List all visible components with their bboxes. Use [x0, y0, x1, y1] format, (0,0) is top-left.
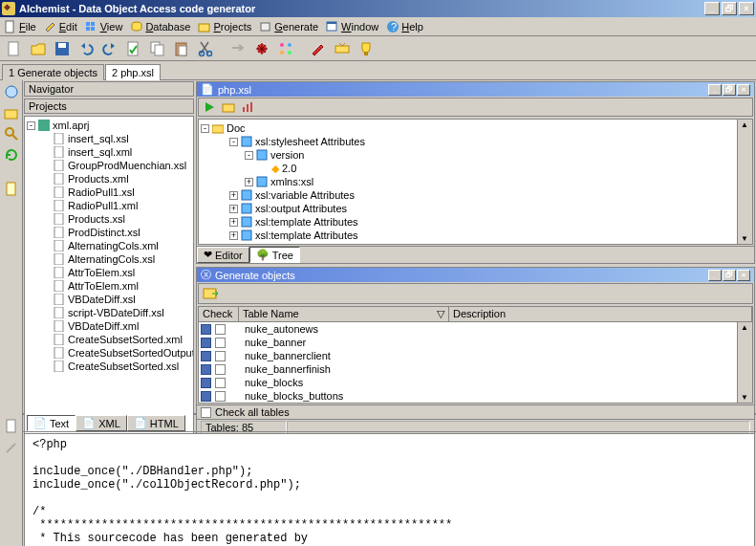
debug-button[interactable] — [251, 38, 272, 59]
checkbox[interactable] — [215, 378, 226, 388]
menu-help[interactable]: ?Help — [386, 20, 423, 33]
tree-node[interactable]: -xsl:stylesheet Attributes — [201, 135, 750, 148]
tree-file[interactable]: AttrToElem.xsl — [27, 266, 191, 279]
explorer-icon[interactable] — [4, 84, 19, 99]
checkbox[interactable] — [215, 324, 226, 335]
folder-icon[interactable] — [4, 105, 19, 120]
table-row[interactable]: nuke_blocks — [199, 376, 752, 389]
paste-button[interactable] — [171, 38, 192, 59]
table-row[interactable]: nuke_banner — [199, 336, 752, 349]
tab-text[interactable]: 📄Text — [27, 415, 76, 431]
search-icon[interactable] — [4, 126, 19, 142]
wand-icon[interactable] — [4, 440, 19, 455]
tree-file[interactable]: ProdDistinct.xsl — [27, 226, 191, 239]
tree-file[interactable]: CreateSubsetSorted.xsl — [27, 360, 191, 373]
run-button[interactable] — [227, 38, 248, 59]
toggle-icon[interactable]: + — [229, 231, 238, 240]
tree-file[interactable]: VBDateDiff.xml — [27, 319, 191, 333]
menu-edit[interactable]: Edit — [44, 20, 77, 33]
tree-node[interactable]: -version — [201, 148, 750, 162]
tree-node[interactable]: +xsl:template Attributes — [201, 215, 750, 229]
xsl-tree[interactable]: -Doc -xsl:stylesheet Attributes-version◆… — [198, 119, 753, 245]
xpath-button[interactable] — [332, 38, 353, 59]
minimize-button[interactable]: _ — [704, 2, 720, 15]
save-button[interactable] — [52, 38, 73, 59]
tree-file[interactable]: Products.xml — [27, 172, 191, 186]
tree-file[interactable]: AlternatingCols.xsl — [27, 252, 191, 266]
menu-window[interactable]: Window — [326, 20, 378, 33]
tree-file[interactable]: CreateSubsetSorted.xml — [27, 333, 191, 346]
panel-restore-button[interactable]: 🗗 — [723, 84, 736, 96]
table-row[interactable]: nuke_bannerclient — [199, 349, 752, 362]
toggle-icon[interactable]: - — [229, 138, 238, 146]
tree-file[interactable]: RadioPull1.xsl — [27, 186, 191, 199]
tree-file[interactable]: CreateSubsetSortedOutput.xml — [27, 346, 191, 360]
doc-icon[interactable] — [4, 182, 19, 197]
tree-file[interactable]: AttrToElem.xml — [27, 279, 191, 293]
tree-file[interactable]: VBDateDiff.xsl — [27, 293, 191, 306]
new-button[interactable] — [4, 38, 25, 59]
close-icon[interactable]: ⓧ — [201, 268, 211, 282]
checkbox[interactable] — [215, 364, 226, 375]
tab-tree[interactable]: 🌳Tree — [249, 247, 300, 263]
toggle-icon[interactable]: + — [245, 178, 253, 186]
table-row[interactable]: nuke_bannerfinish — [199, 362, 752, 376]
edit-tool-button[interactable] — [308, 38, 329, 59]
checkbox[interactable] — [215, 351, 226, 361]
redo-button[interactable] — [99, 38, 120, 59]
tree-node[interactable]: +xsl:variable Attributes — [201, 188, 750, 202]
panel-restore-button[interactable]: 🗗 — [723, 270, 736, 281]
toggle-icon[interactable]: + — [229, 205, 238, 213]
table-row[interactable]: nuke_autonews — [199, 322, 752, 336]
project-tree[interactable]: -xml.aprj insert_sql.xslinsert_sql.xmlGr… — [24, 116, 194, 437]
tree-node-doc[interactable]: -Doc — [201, 121, 750, 135]
panel-minimize-button[interactable]: _ — [708, 270, 722, 281]
tree-file[interactable]: Products.xsl — [27, 212, 191, 226]
doc-icon[interactable] — [4, 419, 19, 434]
grid-body[interactable]: nuke_autonewsnuke_bannernuke_bannerclien… — [199, 322, 752, 403]
undo-button[interactable] — [76, 38, 97, 59]
tab-generate-objects[interactable]: 1 Generate objects — [2, 64, 104, 80]
play-icon[interactable] — [203, 100, 216, 114]
validate-button[interactable] — [123, 38, 144, 59]
copy-button[interactable] — [147, 38, 168, 59]
code-editor[interactable]: <?php include_once("./DBHandler.php"); i… — [24, 433, 755, 546]
cut-button[interactable] — [195, 38, 216, 59]
tree-node[interactable]: +xsl:template Attributes — [201, 229, 750, 242]
menu-database[interactable]: Database — [130, 20, 190, 33]
generate-action-icon[interactable] — [203, 286, 218, 301]
tab-xml[interactable]: 📄XML — [76, 415, 127, 431]
toggle-icon[interactable]: + — [229, 218, 238, 227]
scrollbar[interactable] — [737, 120, 752, 244]
tab-php-xsl[interactable]: 2 php.xsl — [105, 64, 161, 80]
panel-minimize-button[interactable]: _ — [708, 84, 722, 96]
scrollbar[interactable] — [737, 322, 752, 403]
projects-header[interactable]: Projects — [24, 98, 194, 114]
chart-icon[interactable] — [241, 100, 254, 114]
tree-file[interactable]: AlternatingCols.xml — [27, 239, 191, 252]
award-button[interactable] — [356, 38, 377, 59]
tree-file[interactable]: GroupProdMuenchian.xsl — [27, 159, 191, 172]
menu-view[interactable]: View — [85, 20, 123, 33]
tab-editor[interactable]: ❤Editor — [197, 247, 249, 263]
panel-close-button[interactable]: × — [737, 84, 750, 96]
menu-file[interactable]: File — [4, 20, 36, 33]
open-button[interactable] — [28, 38, 49, 59]
collapse-icon[interactable]: - — [27, 121, 35, 130]
open-folder-icon[interactable] — [222, 100, 235, 114]
column-check[interactable]: Check — [199, 307, 239, 321]
tree-file[interactable]: RadioPull1.xml — [27, 199, 191, 212]
tree-node[interactable]: +xsl:output Attributes — [201, 202, 750, 215]
tree-file[interactable]: insert_sql.xsl — [27, 132, 191, 145]
column-description[interactable]: Description — [449, 307, 752, 321]
checkbox[interactable] — [215, 391, 226, 402]
close-button[interactable]: × — [739, 2, 754, 15]
checkbox[interactable] — [215, 338, 226, 348]
toggle-icon[interactable]: - — [245, 151, 253, 160]
transform-button[interactable] — [275, 38, 296, 59]
tree-file[interactable]: script-VBDateDiff.xsl — [27, 306, 191, 319]
refresh-icon[interactable] — [4, 147, 19, 163]
menu-projects[interactable]: Projects — [198, 20, 251, 33]
collapse-icon[interactable]: - — [201, 124, 209, 133]
panel-close-button[interactable]: × — [737, 270, 750, 281]
